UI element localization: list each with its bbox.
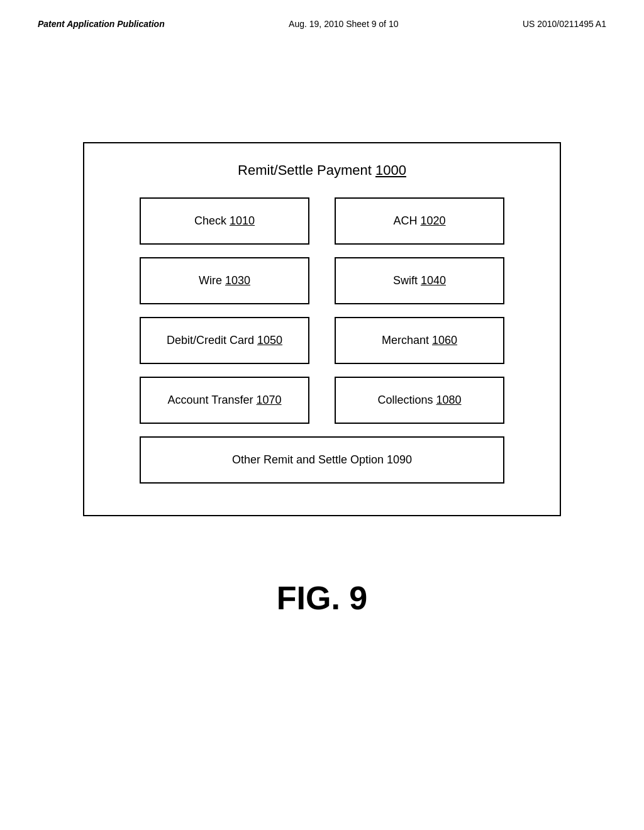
check-box[interactable]: Check 1010 — [140, 197, 309, 245]
other-remit-box[interactable]: Other Remit and Settle Option 1090 — [140, 436, 504, 484]
row-2: Wire 1030 Swift 1040 — [103, 257, 541, 304]
debit-credit-box[interactable]: Debit/Credit Card 1050 — [140, 317, 309, 364]
row-4: Account Transfer 1070 Collections 1080 — [103, 377, 541, 424]
header-patent-number: US 2010/0211495 A1 — [523, 19, 606, 29]
merchant-box[interactable]: Merchant 1060 — [335, 317, 504, 364]
swift-label: Swift 1040 — [393, 274, 446, 287]
other-remit-label: Other Remit and Settle Option 1090 — [232, 453, 412, 467]
diagram-grid: Check 1010 ACH 1020 Wire 1030 Swift 1040… — [103, 197, 541, 490]
row-3: Debit/Credit Card 1050 Merchant 1060 — [103, 317, 541, 364]
collections-box[interactable]: Collections 1080 — [335, 377, 504, 424]
header-publication-label: Patent Application Publication — [38, 19, 165, 29]
main-content: Remit/Settle Payment 1000 Check 1010 ACH… — [0, 142, 644, 617]
diagram-title-text: Remit/Settle Payment — [238, 162, 375, 178]
ach-box[interactable]: ACH 1020 — [335, 197, 504, 245]
row-1: Check 1010 ACH 1020 — [103, 197, 541, 245]
diagram-container: Remit/Settle Payment 1000 Check 1010 ACH… — [83, 142, 561, 516]
merchant-label: Merchant 1060 — [382, 334, 457, 347]
header-date-sheet: Aug. 19, 2010 Sheet 9 of 10 — [289, 19, 398, 29]
collections-label: Collections 1080 — [377, 394, 461, 407]
account-transfer-label: Account Transfer 1070 — [167, 394, 281, 407]
wire-box[interactable]: Wire 1030 — [140, 257, 309, 304]
row-5: Other Remit and Settle Option 1090 — [103, 436, 541, 484]
page-header: Patent Application Publication Aug. 19, … — [0, 0, 644, 29]
figure-label: FIG. 9 — [277, 579, 367, 617]
ach-label: ACH 1020 — [393, 214, 445, 228]
wire-label: Wire 1030 — [199, 274, 250, 287]
check-label: Check 1010 — [194, 214, 255, 228]
account-transfer-box[interactable]: Account Transfer 1070 — [140, 377, 309, 424]
diagram-title: Remit/Settle Payment 1000 — [103, 162, 541, 179]
debit-credit-label: Debit/Credit Card 1050 — [167, 334, 282, 347]
diagram-title-number: 1000 — [375, 162, 406, 178]
swift-box[interactable]: Swift 1040 — [335, 257, 504, 304]
